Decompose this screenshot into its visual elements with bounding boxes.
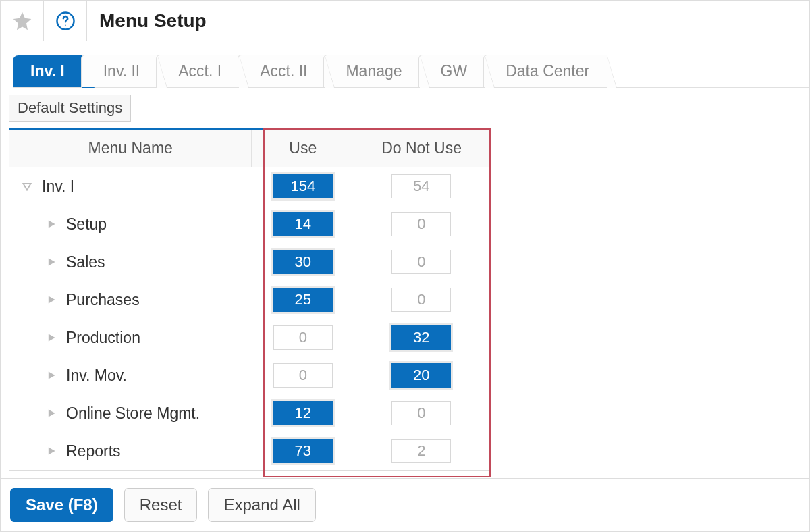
table-row: Inv. I15454	[9, 167, 489, 206]
page-title: Menu Setup	[87, 10, 207, 32]
expand-icon[interactable]	[45, 406, 58, 420]
column-header-name: Menu Name	[9, 130, 252, 167]
expand-all-button[interactable]: Expand All	[208, 488, 315, 522]
save-button[interactable]: Save (F8)	[10, 488, 113, 522]
table-row: Production032	[9, 319, 489, 356]
column-header-use: Use	[252, 130, 354, 167]
header: Menu Setup	[1, 1, 809, 41]
tab-acct-i[interactable]: Acct. I	[156, 55, 239, 87]
use-count[interactable]: 30	[273, 250, 333, 274]
do-not-use-count[interactable]: 0	[392, 212, 451, 236]
svg-point-1	[65, 24, 66, 26]
reset-button[interactable]: Reset	[124, 488, 198, 522]
row-label: Inv. I	[42, 178, 74, 196]
column-header-do-not-use: Do Not Use	[354, 130, 489, 167]
use-count[interactable]: 14	[273, 212, 333, 236]
tab-acct-ii[interactable]: Acct. II	[238, 55, 325, 87]
row-label: Online Store Mgmt.	[66, 404, 200, 423]
row-label: Reports	[66, 442, 121, 460]
use-count[interactable]: 0	[273, 325, 333, 350]
use-count[interactable]: 0	[273, 363, 333, 388]
row-label: Inv. Mov.	[66, 367, 127, 385]
expand-icon[interactable]	[45, 331, 58, 344]
help-icon[interactable]	[44, 1, 87, 41]
subbar: Default Settings	[1, 88, 809, 122]
table-row: Online Store Mgmt.120	[9, 394, 489, 432]
tab-inv-ii[interactable]: Inv. II	[81, 55, 158, 87]
use-count[interactable]: 73	[273, 439, 333, 463]
table-row: Reports732	[9, 432, 489, 470]
default-settings-button[interactable]: Default Settings	[9, 95, 131, 122]
table-row: Inv. Mov.020	[9, 356, 489, 394]
favorite-star-icon[interactable]	[1, 1, 44, 41]
expand-icon[interactable]	[45, 293, 58, 307]
expand-icon[interactable]	[45, 444, 58, 458]
use-count[interactable]: 154	[273, 174, 333, 198]
do-not-use-count[interactable]: 2	[392, 439, 451, 463]
collapse-icon[interactable]	[20, 180, 34, 193]
do-not-use-count[interactable]: 54	[392, 174, 451, 198]
tab-data-center[interactable]: Data Center	[483, 55, 607, 87]
do-not-use-count[interactable]: 0	[392, 250, 451, 274]
do-not-use-count[interactable]: 32	[392, 325, 451, 350]
tabs-container: Inv. IInv. IIAcct. IAcct. IIManageGWData…	[1, 41, 809, 88]
table-row: Purchases250	[9, 281, 489, 319]
expand-icon[interactable]	[45, 255, 58, 269]
table-area: Menu Name Use Do Not Use Inv. I15454Setu…	[1, 122, 809, 471]
do-not-use-count[interactable]: 20	[392, 363, 451, 388]
use-count[interactable]: 12	[273, 401, 333, 425]
row-label: Sales	[66, 253, 105, 271]
table-row: Sales300	[9, 243, 489, 281]
row-label: Production	[66, 329, 140, 347]
tab-manage[interactable]: Manage	[323, 55, 419, 87]
row-label: Setup	[66, 215, 107, 234]
use-count[interactable]: 25	[273, 288, 333, 312]
footer: Save (F8) Reset Expand All	[1, 478, 809, 531]
tab-inv-i[interactable]: Inv. I	[13, 55, 82, 87]
row-label: Purchases	[66, 291, 140, 309]
menu-table: Menu Name Use Do Not Use Inv. I15454Setu…	[9, 130, 489, 470]
expand-icon[interactable]	[45, 217, 58, 231]
table-row: Setup140	[9, 205, 489, 243]
do-not-use-count[interactable]: 0	[392, 288, 451, 312]
expand-icon[interactable]	[45, 369, 58, 382]
do-not-use-count[interactable]: 0	[392, 401, 451, 425]
